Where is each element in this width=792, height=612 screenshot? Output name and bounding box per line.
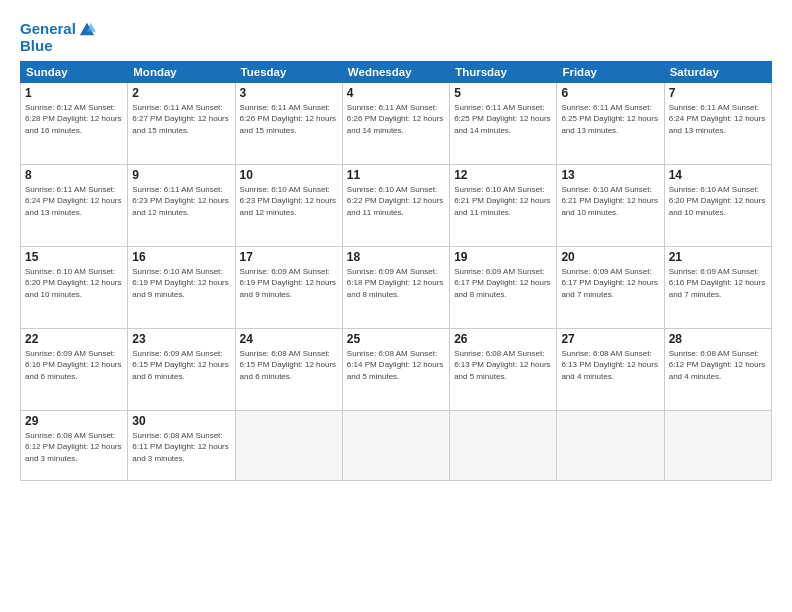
day-number: 7 — [669, 86, 767, 100]
table-row: 5Sunrise: 6:11 AM Sunset: 6:25 PM Daylig… — [450, 82, 557, 164]
day-info: Sunrise: 6:08 AM Sunset: 6:12 PM Dayligh… — [669, 348, 767, 383]
table-row: 9Sunrise: 6:11 AM Sunset: 6:23 PM Daylig… — [128, 164, 235, 246]
table-row: 10Sunrise: 6:10 AM Sunset: 6:23 PM Dayli… — [235, 164, 342, 246]
col-header-thursday: Thursday — [450, 61, 557, 82]
col-header-saturday: Saturday — [664, 61, 771, 82]
col-header-sunday: Sunday — [21, 61, 128, 82]
day-number: 9 — [132, 168, 230, 182]
day-number: 21 — [669, 250, 767, 264]
col-header-friday: Friday — [557, 61, 664, 82]
day-number: 14 — [669, 168, 767, 182]
day-number: 18 — [347, 250, 445, 264]
day-number: 12 — [454, 168, 552, 182]
table-row: 26Sunrise: 6:08 AM Sunset: 6:13 PM Dayli… — [450, 328, 557, 410]
day-info: Sunrise: 6:11 AM Sunset: 6:24 PM Dayligh… — [25, 184, 123, 219]
day-number: 5 — [454, 86, 552, 100]
col-header-monday: Monday — [128, 61, 235, 82]
day-info: Sunrise: 6:09 AM Sunset: 6:16 PM Dayligh… — [25, 348, 123, 383]
day-number: 4 — [347, 86, 445, 100]
day-number: 16 — [132, 250, 230, 264]
day-info: Sunrise: 6:09 AM Sunset: 6:16 PM Dayligh… — [669, 266, 767, 301]
day-number: 28 — [669, 332, 767, 346]
table-row: 12Sunrise: 6:10 AM Sunset: 6:21 PM Dayli… — [450, 164, 557, 246]
table-row: 27Sunrise: 6:08 AM Sunset: 6:13 PM Dayli… — [557, 328, 664, 410]
day-info: Sunrise: 6:08 AM Sunset: 6:12 PM Dayligh… — [25, 430, 123, 465]
table-row: 2Sunrise: 6:11 AM Sunset: 6:27 PM Daylig… — [128, 82, 235, 164]
day-info: Sunrise: 6:08 AM Sunset: 6:13 PM Dayligh… — [454, 348, 552, 383]
day-number: 26 — [454, 332, 552, 346]
logo-text: General — [20, 21, 76, 38]
table-row — [342, 410, 449, 480]
day-number: 11 — [347, 168, 445, 182]
table-row: 24Sunrise: 6:08 AM Sunset: 6:15 PM Dayli… — [235, 328, 342, 410]
day-info: Sunrise: 6:10 AM Sunset: 6:19 PM Dayligh… — [132, 266, 230, 301]
day-number: 22 — [25, 332, 123, 346]
table-row: 18Sunrise: 6:09 AM Sunset: 6:18 PM Dayli… — [342, 246, 449, 328]
day-number: 10 — [240, 168, 338, 182]
day-info: Sunrise: 6:09 AM Sunset: 6:17 PM Dayligh… — [454, 266, 552, 301]
logo: General Blue — [20, 20, 96, 55]
table-row — [235, 410, 342, 480]
day-info: Sunrise: 6:09 AM Sunset: 6:17 PM Dayligh… — [561, 266, 659, 301]
day-info: Sunrise: 6:10 AM Sunset: 6:20 PM Dayligh… — [25, 266, 123, 301]
table-row: 21Sunrise: 6:09 AM Sunset: 6:16 PM Dayli… — [664, 246, 771, 328]
day-number: 29 — [25, 414, 123, 428]
table-row: 3Sunrise: 6:11 AM Sunset: 6:26 PM Daylig… — [235, 82, 342, 164]
day-number: 13 — [561, 168, 659, 182]
table-row: 17Sunrise: 6:09 AM Sunset: 6:19 PM Dayli… — [235, 246, 342, 328]
table-row: 6Sunrise: 6:11 AM Sunset: 6:25 PM Daylig… — [557, 82, 664, 164]
table-row: 7Sunrise: 6:11 AM Sunset: 6:24 PM Daylig… — [664, 82, 771, 164]
table-row — [664, 410, 771, 480]
table-row — [557, 410, 664, 480]
day-number: 17 — [240, 250, 338, 264]
day-number: 25 — [347, 332, 445, 346]
table-row: 16Sunrise: 6:10 AM Sunset: 6:19 PM Dayli… — [128, 246, 235, 328]
day-number: 8 — [25, 168, 123, 182]
table-row: 19Sunrise: 6:09 AM Sunset: 6:17 PM Dayli… — [450, 246, 557, 328]
day-info: Sunrise: 6:11 AM Sunset: 6:24 PM Dayligh… — [669, 102, 767, 137]
day-info: Sunrise: 6:10 AM Sunset: 6:21 PM Dayligh… — [454, 184, 552, 219]
logo-text2: Blue — [20, 38, 96, 55]
day-number: 27 — [561, 332, 659, 346]
day-number: 20 — [561, 250, 659, 264]
day-info: Sunrise: 6:10 AM Sunset: 6:21 PM Dayligh… — [561, 184, 659, 219]
day-number: 2 — [132, 86, 230, 100]
day-info: Sunrise: 6:10 AM Sunset: 6:20 PM Dayligh… — [669, 184, 767, 219]
day-info: Sunrise: 6:08 AM Sunset: 6:15 PM Dayligh… — [240, 348, 338, 383]
day-info: Sunrise: 6:08 AM Sunset: 6:14 PM Dayligh… — [347, 348, 445, 383]
table-row: 30Sunrise: 6:08 AM Sunset: 6:11 PM Dayli… — [128, 410, 235, 480]
table-row: 28Sunrise: 6:08 AM Sunset: 6:12 PM Dayli… — [664, 328, 771, 410]
day-info: Sunrise: 6:08 AM Sunset: 6:13 PM Dayligh… — [561, 348, 659, 383]
table-row: 14Sunrise: 6:10 AM Sunset: 6:20 PM Dayli… — [664, 164, 771, 246]
day-info: Sunrise: 6:12 AM Sunset: 6:28 PM Dayligh… — [25, 102, 123, 137]
table-row: 1Sunrise: 6:12 AM Sunset: 6:28 PM Daylig… — [21, 82, 128, 164]
table-row: 4Sunrise: 6:11 AM Sunset: 6:26 PM Daylig… — [342, 82, 449, 164]
day-info: Sunrise: 6:11 AM Sunset: 6:25 PM Dayligh… — [454, 102, 552, 137]
table-row: 20Sunrise: 6:09 AM Sunset: 6:17 PM Dayli… — [557, 246, 664, 328]
table-row: 25Sunrise: 6:08 AM Sunset: 6:14 PM Dayli… — [342, 328, 449, 410]
day-info: Sunrise: 6:11 AM Sunset: 6:26 PM Dayligh… — [347, 102, 445, 137]
day-info: Sunrise: 6:09 AM Sunset: 6:18 PM Dayligh… — [347, 266, 445, 301]
table-row: 13Sunrise: 6:10 AM Sunset: 6:21 PM Dayli… — [557, 164, 664, 246]
col-header-wednesday: Wednesday — [342, 61, 449, 82]
table-row: 22Sunrise: 6:09 AM Sunset: 6:16 PM Dayli… — [21, 328, 128, 410]
table-row: 23Sunrise: 6:09 AM Sunset: 6:15 PM Dayli… — [128, 328, 235, 410]
logo-icon — [78, 20, 96, 38]
day-number: 24 — [240, 332, 338, 346]
table-row — [450, 410, 557, 480]
day-number: 23 — [132, 332, 230, 346]
day-info: Sunrise: 6:11 AM Sunset: 6:27 PM Dayligh… — [132, 102, 230, 137]
day-info: Sunrise: 6:10 AM Sunset: 6:22 PM Dayligh… — [347, 184, 445, 219]
day-info: Sunrise: 6:10 AM Sunset: 6:23 PM Dayligh… — [240, 184, 338, 219]
day-info: Sunrise: 6:11 AM Sunset: 6:26 PM Dayligh… — [240, 102, 338, 137]
day-number: 30 — [132, 414, 230, 428]
day-number: 19 — [454, 250, 552, 264]
table-row: 8Sunrise: 6:11 AM Sunset: 6:24 PM Daylig… — [21, 164, 128, 246]
day-number: 6 — [561, 86, 659, 100]
day-number: 1 — [25, 86, 123, 100]
col-header-tuesday: Tuesday — [235, 61, 342, 82]
table-row: 15Sunrise: 6:10 AM Sunset: 6:20 PM Dayli… — [21, 246, 128, 328]
day-info: Sunrise: 6:09 AM Sunset: 6:19 PM Dayligh… — [240, 266, 338, 301]
day-info: Sunrise: 6:09 AM Sunset: 6:15 PM Dayligh… — [132, 348, 230, 383]
day-info: Sunrise: 6:11 AM Sunset: 6:23 PM Dayligh… — [132, 184, 230, 219]
